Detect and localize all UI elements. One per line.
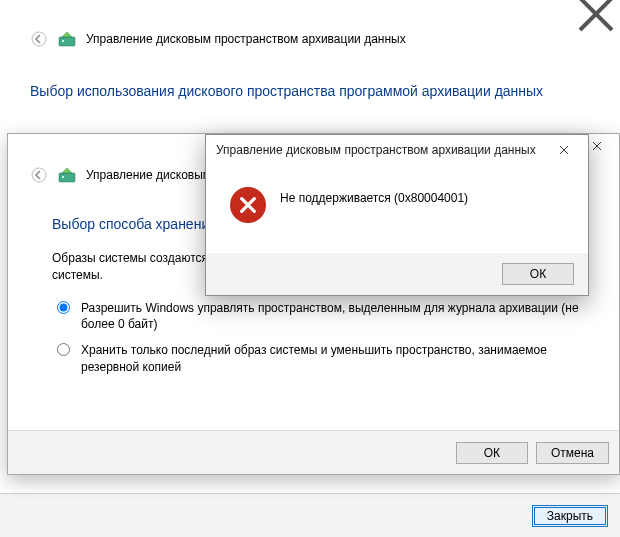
page-instruction: Выбор использования дискового пространст… — [30, 82, 600, 101]
page-footer: Закрыть — [0, 493, 620, 537]
svg-point-2 — [62, 40, 64, 42]
radio-label: Разрешить Windows управлять пространство… — [81, 300, 595, 332]
dialog-footer: ОК — [206, 253, 588, 295]
svg-point-0 — [32, 32, 46, 46]
ok-button[interactable]: ОК — [502, 263, 574, 285]
wizard-header: Управление дисковым пространством архива… — [30, 30, 406, 48]
back-arrow-icon[interactable] — [30, 30, 48, 48]
back-arrow-icon[interactable] — [30, 166, 48, 184]
dialog-titlebar: Управление дисковым пространством архива… — [206, 135, 588, 165]
radio-keep-last-image[interactable]: Хранить только последний образ системы и… — [52, 342, 595, 374]
backup-app-icon — [58, 30, 76, 48]
dialog-title: Управление дисковым пространством архива… — [216, 143, 544, 157]
svg-rect-1 — [59, 37, 75, 46]
radio-let-windows-manage[interactable]: Разрешить Windows управлять пространство… — [52, 300, 595, 332]
radio-input[interactable] — [57, 343, 70, 356]
close-icon[interactable] — [544, 137, 584, 163]
ok-button[interactable]: ОК — [456, 442, 528, 464]
radio-label: Хранить только последний образ системы и… — [81, 342, 595, 374]
cancel-button[interactable]: Отмена — [536, 442, 609, 464]
svg-rect-4 — [59, 173, 75, 182]
close-button[interactable]: Закрыть — [532, 505, 608, 527]
page-instruction: Выбор способа хранения — [52, 216, 217, 232]
error-dialog: Управление дисковым пространством архива… — [205, 134, 589, 296]
dialog-message: Не поддерживается (0x80004001) — [280, 187, 468, 205]
page-title: Управление дисковым пространством архива… — [86, 32, 406, 46]
close-icon[interactable] — [576, 2, 616, 26]
svg-point-3 — [32, 168, 46, 182]
backup-app-icon — [58, 166, 76, 184]
storage-mode-radios: Разрешить Windows управлять пространство… — [52, 300, 595, 385]
wizard-footer: ОК Отмена — [8, 430, 619, 474]
error-icon — [230, 187, 266, 223]
svg-point-5 — [62, 176, 64, 178]
dialog-body: Не поддерживается (0x80004001) — [206, 165, 588, 233]
radio-input[interactable] — [57, 301, 70, 314]
